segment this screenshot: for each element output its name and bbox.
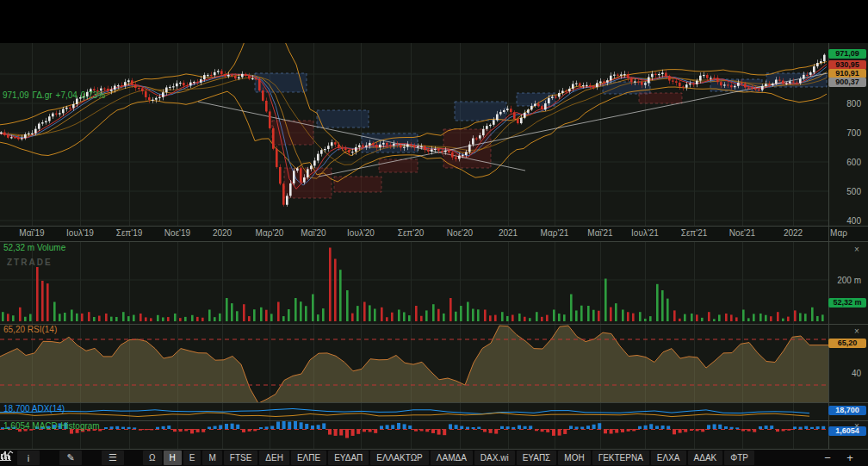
toolbar-button-ΑΔΑΚ[interactable]: ΑΔΑΚ: [688, 450, 723, 465]
toolbar-button-FTSE[interactable]: FTSE: [224, 450, 258, 465]
volume-panel[interactable]: 52,32 m Volume 200 m × 52,32 m: [0, 241, 868, 324]
volume-title: 52,32 m Volume: [3, 243, 65, 252]
main-price-panel[interactable]: 971,09ΓΔ.gr+7,040,73% ZTRADE 80070060050…: [0, 43, 868, 226]
volume-chart-canvas[interactable]: [0, 241, 828, 324]
time-axis-label: 2022: [784, 228, 803, 238]
rsi-title: 65,20 RSI(14): [3, 325, 57, 334]
time-axis-label: Νοε'19: [164, 228, 190, 238]
rsi-chart-canvas[interactable]: [0, 324, 828, 402]
time-axis-label: Ιουλ'20: [347, 228, 375, 238]
trading-app: 971,09ΓΔ.gr+7,040,73% ZTRADE 80070060050…: [0, 0, 868, 466]
toolbar-button-ΛΑΜΔΑ[interactable]: ΛΑΜΔΑ: [431, 450, 473, 465]
toolbar-button-ΕΥΑΠΣ[interactable]: ΕΥΑΠΣ: [517, 450, 557, 465]
price-tick: 800: [827, 99, 861, 109]
zoom-in-button[interactable]: +: [840, 450, 859, 465]
volume-axis-label: 200 m: [837, 276, 861, 285]
time-axis-label: 2020: [213, 228, 232, 238]
volume-value-badge: 52,32 m: [828, 298, 866, 308]
time-axis[interactable]: Μαϊ'19Ιουλ'19Σεπ'19Νοε'192020Μαρ'20Μαϊ'2…: [0, 226, 868, 241]
toolbar-button-Μ[interactable]: Μ: [202, 450, 221, 465]
toolbar-button-DAX.wi[interactable]: DAX.wi: [474, 450, 515, 465]
time-axis-label: Σεπ'20: [398, 228, 425, 238]
line-chart-icon[interactable]: [773, 450, 792, 465]
zoom-out-button[interactable]: −: [818, 450, 837, 465]
time-axis-label: Ιουλ'19: [66, 228, 94, 238]
close-rsi-panel-icon[interactable]: ×: [852, 326, 862, 337]
price-axis-badge: 900,37: [828, 78, 866, 87]
toolbar-button-ΓΕΚΤΕΡΝΑ[interactable]: ΓΕΚΤΕΡΝΑ: [592, 450, 649, 465]
price-tick: 400: [827, 216, 861, 226]
toolbar-button-ΜΟΗ[interactable]: ΜΟΗ: [558, 450, 590, 465]
time-axis-label: 2021: [499, 228, 518, 238]
time-axis-label: Μαρ: [830, 228, 847, 238]
price-change-pct: 0,73%: [81, 90, 105, 100]
time-axis-label: Ιουλ'21: [631, 228, 659, 238]
bottom-toolbar: i ✎ ☰ ΩΗΕΜFTSEΔΕΗΕΛΠΕΕΥΔΑΠΕΛΛΑΚΤΩΡΛΑΜΔΑD…: [0, 450, 868, 466]
toolbar-button-ΔΕΗ[interactable]: ΔΕΗ: [259, 450, 289, 465]
toolbar-button-Η[interactable]: Η: [164, 450, 182, 465]
adx-value-badge: 18,700: [828, 406, 866, 415]
price-axis-badge: 971,09: [828, 49, 866, 59]
time-axis-label: Μαϊ'19: [19, 228, 44, 238]
toolbar-button-Ε[interactable]: Ε: [183, 450, 202, 465]
toolbar-button-ΕΛΠΕ[interactable]: ΕΛΠΕ: [291, 450, 326, 465]
time-axis-label: Σεπ'21: [681, 228, 708, 238]
symbol-legend: 971,09ΓΔ.gr+7,040,73%: [3, 90, 108, 100]
info-icon[interactable]: i: [17, 450, 40, 465]
ztrade-watermark: ZTRADE: [7, 258, 53, 267]
close-macd-panel-icon[interactable]: ×: [852, 421, 862, 432]
rsi-panel[interactable]: 65,20 RSI(14) 40 × 65,20: [0, 324, 868, 402]
time-axis-label: Μαϊ'20: [301, 228, 326, 238]
toolbar-button-ΕΛΛΑΚΤΩΡ[interactable]: ΕΛΛΑΚΤΩΡ: [370, 450, 428, 465]
price-tick: 600: [827, 158, 861, 167]
toolbar-button-ΕΥΔΑΠ[interactable]: ΕΥΔΑΠ: [328, 450, 369, 465]
bar-chart-icon[interactable]: [796, 450, 815, 465]
rsi-value-badge: 65,20: [828, 339, 866, 348]
close-volume-panel-icon[interactable]: ×: [852, 245, 862, 255]
last-price: 971,09: [3, 90, 29, 100]
macd-title: 1,6054 MACD-Histogram: [3, 421, 100, 431]
time-axis-label: Μαρ'20: [256, 228, 284, 238]
time-axis-label: Μαϊ'21: [587, 228, 612, 238]
time-axis-label: Σεπ'19: [116, 228, 143, 238]
time-axis-label: Μαρ'21: [541, 228, 569, 238]
time-axis-label: Νοε'20: [447, 228, 473, 238]
price-tick: 500: [827, 187, 861, 196]
macd-panel[interactable]: 1,6054 MACD-Histogram × 1,6054: [0, 420, 868, 450]
time-axis-label: Νοε'21: [729, 228, 755, 238]
rsi-axis-label: 40: [852, 369, 861, 378]
toolbar-button-ΕΛΧΑ[interactable]: ΕΛΧΑ: [651, 450, 686, 465]
draw-icon[interactable]: ✎: [59, 450, 82, 465]
macd-chart-canvas[interactable]: [0, 420, 828, 450]
adx-title: 18,700 ADX(14): [3, 404, 65, 413]
price-tick: 700: [827, 128, 861, 138]
adx-chart-canvas[interactable]: [0, 402, 828, 420]
watchlist-icon[interactable]: ☰: [102, 450, 124, 465]
price-chart-canvas[interactable]: [0, 43, 828, 226]
price-change: +7,04: [56, 90, 78, 100]
symbol-name: ΓΔ.gr: [33, 90, 53, 100]
adx-panel[interactable]: 18,700 ADX(14) 18,700: [0, 402, 868, 420]
toolbar-button-ΦΤΡ[interactable]: ΦΤΡ: [724, 450, 754, 465]
toolbar-button-Ω[interactable]: Ω: [143, 450, 161, 465]
